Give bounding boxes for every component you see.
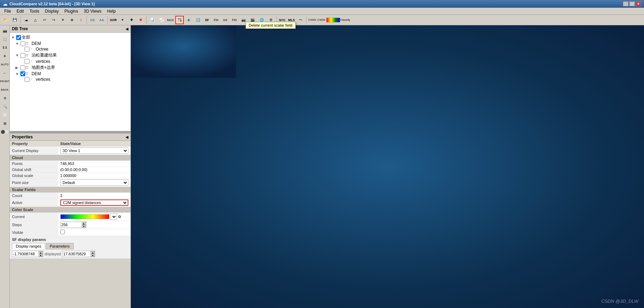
- prop-sf-active-value[interactable]: C2M signed distances C2C absolute distan…: [58, 199, 130, 207]
- tool-add[interactable]: +: [1, 52, 9, 60]
- check-vert2[interactable]: [25, 77, 29, 82]
- tb-calc[interactable]: 🔢: [194, 16, 202, 24]
- sf-min-input[interactable]: [12, 251, 39, 257]
- tree-item-octree[interactable]: ○ Octree: [11, 46, 129, 52]
- check-vert1[interactable]: [25, 59, 29, 64]
- sf-min-spinner[interactable]: ▲ ▼: [12, 251, 43, 257]
- tb-max[interactable]: MAX: [166, 16, 175, 24]
- sf-input-row: ▲ ▼ displayed ▲ ▼: [12, 251, 128, 257]
- sf-max-spin-up[interactable]: ▲: [90, 251, 95, 254]
- tool-select[interactable]: ⬚: [1, 35, 9, 43]
- tool-arrow[interactable]: ←: [1, 69, 9, 77]
- tool-circles[interactable]: ⚫⚪: [1, 128, 9, 136]
- menu-edit[interactable]: Edit: [14, 8, 27, 14]
- tb-aa[interactable]: AA: [98, 16, 106, 24]
- tb-kd2[interactable]: FM: [230, 16, 239, 24]
- prop-cs-current-value[interactable]: ⚙: [58, 213, 130, 221]
- tb-save[interactable]: 💾: [11, 16, 19, 24]
- tree-item-dem1[interactable]: ▼ □ DEM: [11, 41, 129, 46]
- tb-cross[interactable]: ✚: [127, 16, 136, 24]
- steps-spinner[interactable]: ▲ ▼: [60, 222, 86, 228]
- tb-forward[interactable]: ↪: [49, 16, 58, 24]
- tb-red-cross[interactable]: ✖: [136, 16, 145, 24]
- viewport[interactable]: Z CSDN @3D_DLW: [131, 25, 644, 308]
- sf-active-select[interactable]: C2M signed distances C2C absolute distan…: [60, 199, 128, 206]
- tree-item-vertices2[interactable]: ○ vertices: [11, 77, 129, 82]
- sf-max-spinner[interactable]: ▲ ▼: [62, 251, 95, 257]
- steps-spin-down[interactable]: ▼: [82, 225, 86, 228]
- visible-checkbox[interactable]: [60, 230, 65, 234]
- check-boisson[interactable]: [20, 53, 25, 58]
- tb-back[interactable]: ↩: [40, 16, 49, 24]
- sf-tab-parameters[interactable]: Parameters: [46, 243, 74, 249]
- menu-3dviews[interactable]: 3D Views: [81, 8, 104, 14]
- menu-display[interactable]: Display: [42, 8, 61, 14]
- tb-delete[interactable]: ✕: [59, 16, 67, 24]
- tb-csdn2[interactable]: CSDN: [317, 16, 326, 24]
- menu-file[interactable]: File: [1, 8, 14, 14]
- sf-max-spin-down[interactable]: ▼: [90, 254, 95, 257]
- tool-front[interactable]: FRONT: [1, 77, 9, 85]
- close-button[interactable]: ✕: [636, 1, 641, 6]
- tb-open[interactable]: 📂: [1, 16, 10, 24]
- tb-sor[interactable]: SOR: [109, 16, 118, 24]
- tb-line[interactable]: 📈: [157, 16, 166, 24]
- current-display-select[interactable]: 3D View 1: [60, 148, 128, 154]
- menu-plugins[interactable]: Plugins: [61, 8, 81, 14]
- tree-item-map[interactable]: ▶ □ 地图类+边界: [11, 64, 129, 71]
- tb-delete-sf[interactable]: [175, 16, 184, 24]
- steps-input[interactable]: [61, 222, 82, 228]
- tb-fm[interactable]: FM: [212, 16, 220, 24]
- prop-point-size-value[interactable]: Default: [58, 179, 130, 187]
- tb-cloud[interactable]: ☁: [22, 16, 31, 24]
- check-octree[interactable]: [25, 47, 29, 52]
- color-scale-select[interactable]: [110, 214, 117, 220]
- sf-tab-display-ranges[interactable]: Display ranges: [12, 243, 45, 249]
- tool-layers[interactable]: ⊞: [1, 119, 9, 127]
- menu-help[interactable]: Help: [104, 8, 119, 14]
- minimize-button[interactable]: _: [623, 1, 629, 6]
- tool-auto[interactable]: AUTO: [1, 60, 9, 68]
- tree-item-vertices1[interactable]: ○ vertices: [11, 59, 129, 64]
- check-map[interactable]: [20, 65, 25, 70]
- check-dem2[interactable]: [20, 71, 25, 76]
- tool-scale[interactable]: 1:1: [1, 44, 9, 51]
- sf-max-input[interactable]: [62, 251, 90, 257]
- tool-box[interactable]: ⬜: [1, 111, 9, 119]
- prop-cs-steps-value[interactable]: ▲ ▼: [58, 221, 130, 229]
- color-scale-settings-icon[interactable]: ⚙: [118, 215, 121, 219]
- tb-wave[interactable]: 〜: [296, 16, 305, 24]
- tb-center[interactable]: ↕: [77, 16, 85, 24]
- tb-plus[interactable]: +: [185, 16, 193, 24]
- maximize-button[interactable]: □: [629, 1, 635, 6]
- steps-spin-up[interactable]: ▲: [82, 222, 86, 225]
- tree-item-root[interactable]: ▼ 全部: [11, 34, 129, 41]
- sf-min-spin-up[interactable]: ▲: [39, 251, 43, 254]
- prop-current-display-value[interactable]: 3D View 1: [58, 147, 130, 155]
- tb-star[interactable]: ✦: [118, 16, 127, 24]
- tb-cc[interactable]: CC: [88, 16, 97, 24]
- sf-min-spin-down[interactable]: ▼: [39, 254, 43, 257]
- prop-cs-visible-value[interactable]: [58, 229, 130, 236]
- point-size-select[interactable]: Default: [60, 179, 128, 186]
- tb-classify[interactable]: Classify: [341, 16, 349, 24]
- tb-sf-label[interactable]: SF: [203, 16, 211, 24]
- tool-back[interactable]: BACK: [1, 86, 9, 93]
- tb-kd[interactable]: Kd: [221, 16, 229, 24]
- tool-search[interactable]: 🔍: [1, 103, 9, 110]
- tree-item-boisson[interactable]: ▼ □ 泊松重建结果: [11, 52, 129, 59]
- tb-mesh[interactable]: △: [31, 16, 40, 24]
- tb-csdn1[interactable]: CSDN: [308, 16, 316, 24]
- check-dem1[interactable]: [20, 41, 25, 46]
- tool-move[interactable]: ✛: [1, 94, 9, 102]
- db-tree-collapse[interactable]: ◀: [126, 27, 128, 31]
- tool-camera[interactable]: 📷: [1, 27, 9, 34]
- tb-bar-chart[interactable]: 📊: [148, 16, 156, 24]
- check-root[interactable]: [16, 35, 21, 40]
- tb-color-strip[interactable]: [326, 18, 340, 22]
- properties-collapse[interactable]: ◀: [126, 135, 128, 139]
- tree-item-dem2[interactable]: ▼ □ DEM: [11, 71, 129, 77]
- color-scale-bar: [60, 214, 109, 219]
- tb-merge[interactable]: ⊕: [68, 16, 76, 24]
- menu-tools[interactable]: Tools: [27, 8, 42, 14]
